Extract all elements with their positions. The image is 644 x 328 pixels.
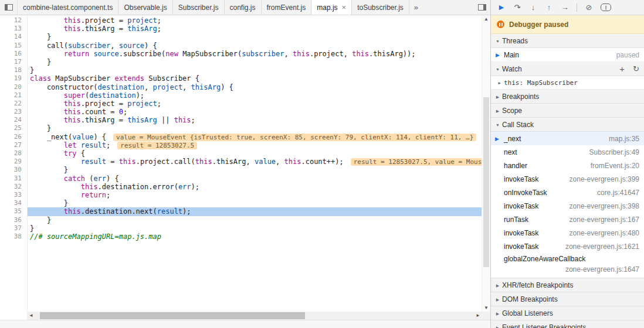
file-tab[interactable]: combine-latest.component.ts: [18, 0, 118, 15]
line-number[interactable]: 19: [0, 74, 27, 83]
file-tab[interactable]: Subscriber.js: [173, 0, 225, 15]
line-number[interactable]: 36: [0, 216, 27, 224]
line-number[interactable]: 30: [0, 166, 27, 174]
line-number[interactable]: 22: [0, 100, 27, 108]
code-text: this.thisArg = thisArg || this;: [27, 116, 482, 124]
section-global-listeners-header[interactable]: Global Listeners: [491, 306, 644, 320]
vertical-scrollbar-thumb[interactable]: [483, 97, 489, 267]
line-number[interactable]: 23: [0, 108, 27, 116]
code-line: 15 call(subscriber, source) {: [0, 42, 482, 50]
code-line: 35 this.destination.next(result);: [0, 207, 482, 216]
file-tab-strip: combine-latest.component.tsObservable.js…: [18, 0, 409, 15]
add-watch-expression-icon[interactable]: +: [619, 64, 625, 73]
line-number[interactable]: 37: [0, 224, 27, 233]
editor-status-bar: [0, 320, 490, 328]
call-stack-frame[interactable]: globalZoneAwareCallbackzone-evergreen.js…: [491, 253, 644, 278]
file-tab[interactable]: config.js: [225, 0, 262, 15]
call-stack-frame[interactable]: handlerfromEvent.js:20: [491, 159, 644, 172]
scroll-left-arrow-icon[interactable]: ◄: [27, 312, 35, 320]
line-number[interactable]: 31: [0, 175, 27, 183]
section-call-stack-header[interactable]: Call Stack: [491, 118, 644, 132]
line-number[interactable]: 35: [0, 207, 27, 216]
code-text: //# sourceMappingURL=map.js.map: [27, 233, 482, 241]
section-event-listener-breakpoints-header[interactable]: Event Listener Breakpoints: [491, 320, 644, 328]
line-number[interactable]: 12: [0, 16, 27, 25]
line-number[interactable]: 15: [0, 42, 27, 50]
line-number[interactable]: 26: [0, 133, 27, 141]
editor-horizontal-scrollbar[interactable]: ◄ ►: [27, 312, 482, 320]
frame-name: next: [504, 148, 517, 156]
code-line: 25 }: [0, 124, 482, 132]
navigator-toggle-button[interactable]: [0, 0, 18, 15]
code-text: }: [27, 216, 482, 224]
call-stack-frame[interactable]: invokeTaskzone-evergreen.js:1621: [491, 240, 644, 253]
frame-name: _next: [504, 135, 521, 143]
line-number[interactable]: 18: [0, 66, 27, 74]
scroll-down-arrow-icon[interactable]: ▼: [482, 304, 490, 312]
line-number[interactable]: 27: [0, 141, 27, 149]
section-scope-header[interactable]: Scope: [491, 104, 644, 118]
more-tabs-button[interactable]: »: [409, 0, 423, 15]
file-tab[interactable]: toSubscriber.js: [352, 0, 409, 15]
file-tab[interactable]: fromEvent.js: [262, 0, 312, 15]
line-number[interactable]: 25: [0, 124, 27, 132]
resume-script-button[interactable]: ▶: [494, 2, 509, 13]
scroll-right-arrow-icon[interactable]: ►: [474, 312, 482, 320]
step-over-button[interactable]: ↷: [510, 2, 524, 13]
refresh-watch-icon[interactable]: ↻: [633, 65, 639, 73]
step-into-button[interactable]: ↓: [526, 2, 540, 13]
line-number[interactable]: 20: [0, 83, 27, 91]
code-area[interactable]: 12 this.project = project;13 this.thisAr…: [0, 15, 482, 312]
call-stack-frame[interactable]: ▶_nextmap.js:35: [491, 132, 644, 145]
scroll-up-arrow-icon[interactable]: ▲: [482, 15, 490, 23]
inline-variable-value: result = 12853027.5, value = MouseEvent: [351, 158, 482, 166]
debugger-sidebar-toggle-button[interactable]: [474, 0, 490, 15]
file-tab[interactable]: Observable.js: [118, 0, 172, 15]
line-number[interactable]: 38: [0, 233, 27, 241]
inline-variable-value: value = MouseEvent {isTrusted: true, scr…: [113, 134, 476, 141]
section-breakpoints-header[interactable]: Breakpoints: [491, 90, 644, 104]
code-text: call(subscriber, source) {: [27, 42, 482, 50]
call-stack-frame[interactable]: nextSubscriber.js:49: [491, 145, 644, 159]
file-tab-label: Subscriber.js: [178, 4, 219, 12]
line-number[interactable]: 14: [0, 33, 27, 41]
line-number[interactable]: 28: [0, 149, 27, 158]
line-number[interactable]: 13: [0, 25, 27, 33]
line-number[interactable]: 33: [0, 191, 27, 199]
section-title: Global Listeners: [502, 309, 553, 317]
call-stack-frame[interactable]: onInvokeTaskcore.js:41647: [491, 186, 644, 199]
section-threads-header[interactable]: Threads: [491, 34, 644, 48]
file-tab[interactable]: map.js×: [311, 0, 352, 15]
horizontal-scrollbar-thumb[interactable]: [40, 312, 305, 319]
step-out-button[interactable]: ↑: [542, 2, 556, 13]
frame-name: invokeTask: [504, 202, 538, 210]
section-title: Threads: [502, 37, 528, 45]
line-number[interactable]: 17: [0, 58, 27, 66]
call-stack-frame[interactable]: invokeTaskzone-evergreen.js:480: [491, 226, 644, 240]
thread-row-main[interactable]: ▶ Main paused: [491, 48, 644, 62]
editor-vertical-scrollbar[interactable]: ▲ ▼: [482, 15, 490, 312]
code-line: 36 }: [0, 216, 482, 224]
watch-expression-row[interactable]: this: MapSubscriber: [491, 76, 644, 90]
code-text: constructor(destination, project, thisAr…: [27, 83, 482, 91]
line-number[interactable]: 24: [0, 116, 27, 124]
deactivate-breakpoints-button[interactable]: ⊘: [582, 2, 596, 13]
horizontal-scrollbar-track[interactable]: [35, 312, 474, 320]
file-tab-label: Observable.js: [124, 4, 167, 12]
line-number[interactable]: 16: [0, 50, 27, 58]
code-text: }: [27, 224, 482, 233]
pause-on-exceptions-button[interactable]: ∥: [601, 4, 611, 11]
call-stack-frame[interactable]: invokeTaskzone-evergreen.js:399: [491, 172, 644, 186]
section-xhr-fetch-breakpoints-header[interactable]: XHR/fetch Breakpoints: [491, 278, 644, 292]
code-line: 30 }: [0, 166, 482, 174]
section-dom-breakpoints-header[interactable]: DOM Breakpoints: [491, 292, 644, 306]
line-number[interactable]: 21: [0, 91, 27, 100]
call-stack-frame[interactable]: invokeTaskzone-evergreen.js:398: [491, 199, 644, 213]
line-number[interactable]: 29: [0, 158, 27, 166]
step-button[interactable]: →: [558, 2, 572, 13]
line-number[interactable]: 34: [0, 199, 27, 207]
close-tab-icon[interactable]: ×: [342, 4, 347, 11]
section-watch-header[interactable]: Watch + ↻: [491, 62, 644, 76]
call-stack-frame[interactable]: runTaskzone-evergreen.js:167: [491, 213, 644, 226]
line-number[interactable]: 32: [0, 183, 27, 191]
